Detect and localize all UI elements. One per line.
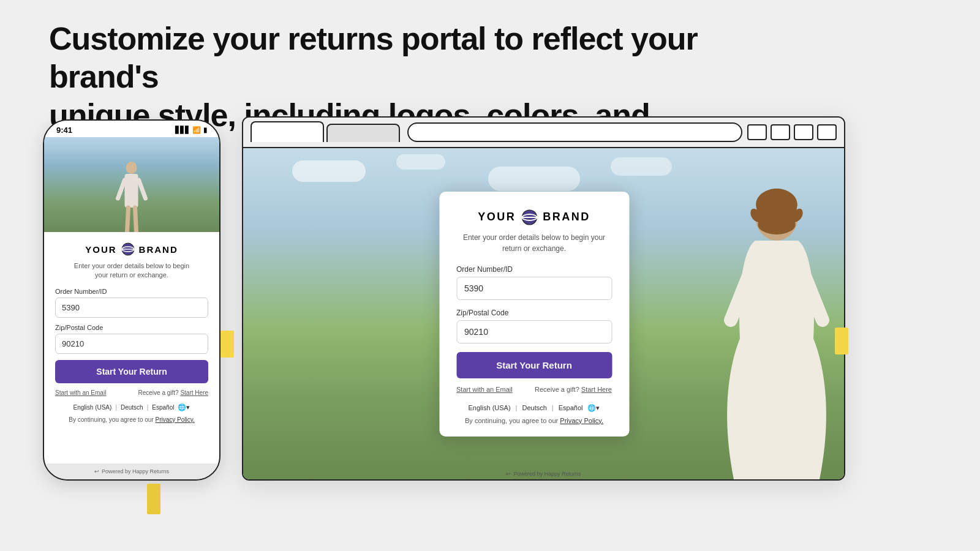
- mobile-mockup: 9:41 ▋▋▋ 📶 ▮ YOUR BRAND Ent: [43, 119, 221, 481]
- browser-content: YOUR BRAND Enter your order details belo…: [243, 148, 844, 479]
- modal-brand-your: YOUR: [478, 211, 516, 223]
- mobile-email-link[interactable]: Start with an Email: [55, 389, 106, 396]
- mobile-zip-input[interactable]: 90210: [55, 334, 208, 354]
- browser-controls: [747, 124, 837, 140]
- mobile-zip-label: Zip/Postal Code: [55, 324, 208, 331]
- mobile-brand-logo: YOUR BRAND: [55, 242, 208, 257]
- modal-gift-link[interactable]: Start Here: [581, 386, 612, 393]
- modal-lang-de[interactable]: Deutsch: [522, 404, 546, 411]
- svg-line-4: [127, 208, 129, 232]
- mobile-footer: ↩ Powered by Happy Returns: [44, 463, 219, 479]
- battery-icon: ▮: [203, 126, 207, 134]
- browser-btn-2[interactable]: [771, 124, 790, 140]
- browser-tab-active[interactable]: [251, 121, 324, 142]
- mobile-gift-text: Receive a gift? Start Here: [138, 389, 208, 396]
- modal-privacy: By continuing, you agree to our Privacy …: [456, 417, 612, 424]
- browser-mockup: YOUR BRAND Enter your order details belo…: [242, 116, 845, 481]
- mobile-brand-name-brand: BRAND: [139, 244, 178, 255]
- cloud-4: [611, 157, 672, 176]
- svg-line-5: [135, 208, 137, 232]
- mobile-status-bar: 9:41 ▋▋▋ 📶 ▮: [44, 121, 219, 137]
- browser-footer: ↩ Powered by Happy Returns: [506, 471, 581, 477]
- brand-logo-icon-mobile: [121, 242, 135, 257]
- mobile-privacy-link[interactable]: Privacy Policy.: [155, 416, 194, 423]
- browser-tabs: [251, 121, 402, 142]
- mobile-lang-es[interactable]: Español: [152, 404, 174, 411]
- mobile-lang-en[interactable]: English (USA): [74, 404, 112, 411]
- modal-privacy-link[interactable]: Privacy Policy.: [560, 417, 603, 424]
- browser-btn-1[interactable]: [747, 124, 767, 140]
- sticky-note-left: [221, 331, 234, 358]
- modal-order-input[interactable]: 5390: [456, 277, 612, 300]
- modal-gift-text: Receive a gift? Start Here: [535, 386, 612, 393]
- returns-modal: YOUR BRAND Enter your order details belo…: [439, 192, 629, 437]
- modal-brand: YOUR BRAND: [456, 209, 612, 226]
- browser-address-bar[interactable]: [407, 122, 742, 142]
- hero-person-browser: [709, 186, 844, 479]
- happy-returns-logo-browser: ↩: [506, 471, 511, 477]
- svg-rect-1: [125, 174, 138, 208]
- modal-subtitle: Enter your order details below to begin …: [456, 232, 612, 254]
- mobile-lang-de[interactable]: Deutsch: [121, 404, 143, 411]
- modal-start-return-button[interactable]: Start Your Return: [456, 352, 612, 378]
- svg-line-3: [139, 180, 146, 198]
- mobile-time: 9:41: [56, 126, 72, 135]
- modal-brand-brand: BRAND: [543, 211, 590, 223]
- modal-lang-en[interactable]: English (USA): [469, 404, 511, 411]
- browser-tab-inactive[interactable]: [326, 124, 400, 142]
- mobile-links: Start with an Email Receive a gift? Star…: [55, 389, 208, 396]
- modal-brand-logo-icon: [521, 209, 538, 226]
- modal-zip-label: Zip/Postal Code: [456, 309, 612, 317]
- browser-chrome: [243, 118, 844, 148]
- modal-zip-input[interactable]: 90210: [456, 320, 612, 343]
- sticky-note-bottom-mobile: [147, 484, 160, 514]
- modal-language-selector: English (USA) | Deutsch | Español 🌐▾: [456, 404, 612, 412]
- mobile-hero-image: [44, 137, 219, 232]
- modal-globe-icon[interactable]: 🌐▾: [587, 404, 600, 412]
- happy-returns-logo-mobile: ↩: [94, 468, 99, 474]
- mobile-globe-icon[interactable]: 🌐▾: [178, 403, 190, 411]
- mobile-language-selector: English (USA) | Deutsch | Español 🌐▾: [55, 403, 208, 411]
- wifi-icon: 📶: [192, 126, 201, 134]
- sticky-note-right: [835, 328, 848, 354]
- mobile-gift-link[interactable]: Start Here: [180, 389, 208, 396]
- mobile-order-label: Order Number/ID: [55, 288, 208, 295]
- mobile-signal-icons: ▋▋▋ 📶 ▮: [175, 126, 207, 134]
- mobile-card: YOUR BRAND Enter your order details belo…: [44, 232, 219, 433]
- mobile-privacy: By continuing, you agree to our Privacy …: [55, 416, 208, 423]
- cloud-2: [396, 154, 445, 170]
- headline-line1: Customize your returns portal to reflect…: [49, 20, 723, 96]
- browser-btn-3[interactable]: [794, 124, 813, 140]
- mobile-order-input[interactable]: 5390: [55, 298, 208, 318]
- modal-lang-es[interactable]: Español: [559, 404, 583, 411]
- cloud-3: [488, 167, 580, 191]
- mobile-subtitle: Enter your order details below to beginy…: [55, 261, 208, 280]
- modal-links: Start with an Email Receive a gift? Star…: [456, 386, 612, 393]
- cloud-1: [292, 160, 366, 182]
- browser-btn-4[interactable]: [817, 124, 837, 140]
- mobile-brand-name-your: YOUR: [85, 244, 116, 255]
- modal-email-link[interactable]: Start with an Email: [456, 386, 513, 393]
- svg-point-0: [126, 162, 137, 174]
- modal-order-label: Order Number/ID: [456, 265, 612, 274]
- svg-line-2: [118, 180, 125, 198]
- mobile-start-return-button[interactable]: Start Your Return: [55, 360, 208, 383]
- signal-icon: ▋▋▋: [175, 126, 190, 134]
- hero-person-mobile: [115, 159, 149, 232]
